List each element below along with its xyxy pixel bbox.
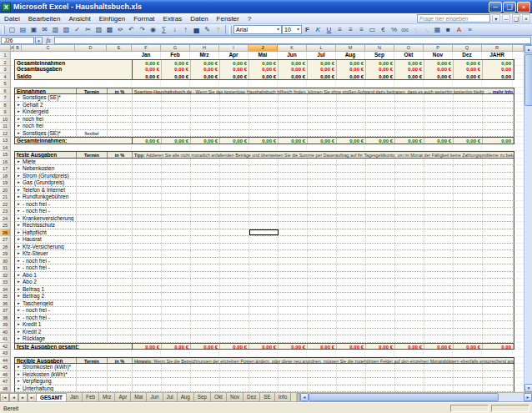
cell[interactable] [483, 307, 514, 314]
cell[interactable] [162, 187, 191, 194]
cell[interactable] [279, 371, 308, 378]
termin-cell[interactable] [76, 272, 108, 279]
cell[interactable] [395, 279, 424, 285]
cell[interactable] [279, 250, 308, 257]
cell[interactable] [424, 173, 454, 179]
cell[interactable] [336, 350, 365, 357]
cell[interactable] [483, 108, 514, 115]
cell[interactable] [279, 102, 308, 108]
cell[interactable] [279, 165, 308, 172]
cell[interactable] [220, 371, 249, 378]
cell[interactable] [424, 371, 454, 378]
sheet-tab-jun[interactable]: Jun [147, 393, 163, 402]
cell[interactable] [191, 130, 220, 137]
cell[interactable] [161, 80, 190, 88]
help-icon[interactable]: ? [213, 25, 223, 35]
item-label[interactable]: Nebenkosten [23, 165, 76, 172]
item-label[interactable]: Taschengeld [23, 300, 76, 307]
cell[interactable] [483, 378, 514, 385]
cell[interactable] [308, 130, 337, 137]
cell[interactable] [424, 321, 454, 328]
name-box-dropdown-icon[interactable]: ▾ [35, 37, 43, 44]
cell[interactable] [395, 222, 424, 229]
value-cell[interactable]: 0,00 € [279, 60, 308, 67]
value-cell[interactable]: 0,00 [483, 138, 514, 144]
format-painter-icon[interactable]: ✏ [115, 25, 126, 35]
cell[interactable] [454, 159, 483, 165]
percent-cell[interactable] [108, 116, 133, 123]
scroll-up-icon[interactable]: ▲ [524, 45, 532, 53]
termin-cell[interactable] [76, 179, 108, 186]
cell[interactable] [249, 201, 279, 208]
cell[interactable] [191, 293, 220, 300]
cell[interactable] [220, 258, 249, 264]
font-color-icon[interactable]: A [454, 25, 464, 35]
value-cell[interactable]: 0,00 € [424, 138, 454, 144]
cell[interactable] [454, 264, 483, 271]
month-header-Sep[interactable]: Sep [365, 52, 394, 59]
cell[interactable] [395, 165, 424, 172]
cell[interactable] [162, 307, 191, 314]
sheet-tab-dez[interactable]: Dez [243, 393, 260, 402]
cell[interactable] [191, 215, 220, 222]
cell[interactable] [454, 173, 483, 179]
cell[interactable] [337, 165, 366, 172]
cell[interactable] [424, 123, 454, 129]
percent-cell[interactable] [108, 315, 133, 321]
cell[interactable] [279, 329, 308, 335]
value-cell[interactable]: 0,00 € [395, 73, 424, 80]
cell[interactable] [279, 130, 308, 137]
cell[interactable] [395, 250, 424, 257]
cell[interactable] [162, 123, 191, 129]
cell[interactable] [133, 286, 162, 293]
cell[interactable] [191, 244, 220, 250]
cell[interactable] [424, 364, 454, 370]
cell[interactable] [424, 300, 454, 307]
cell[interactable] [191, 236, 220, 243]
cell[interactable] [191, 300, 220, 307]
cell[interactable] [483, 279, 514, 285]
percent-cell[interactable] [108, 258, 133, 264]
value-cell[interactable]: 0,00 € [308, 138, 337, 144]
item-label[interactable]: Kfz-Steuer [23, 250, 76, 257]
cell[interactable] [133, 94, 162, 101]
spelling-icon[interactable]: ✓ [72, 25, 83, 35]
cell[interactable] [279, 116, 308, 123]
cell[interactable] [366, 165, 395, 172]
cell[interactable] [483, 329, 514, 335]
cell[interactable] [454, 222, 483, 229]
item-label[interactable]: Beitrag 1 [23, 286, 76, 293]
percent-cell[interactable] [108, 364, 133, 370]
column-header-P[interactable]: P [424, 45, 453, 51]
cell[interactable] [308, 236, 337, 243]
italic-icon[interactable]: K [313, 25, 324, 35]
month-header-Jun[interactable]: Jun [278, 52, 307, 59]
cell[interactable] [133, 236, 162, 243]
cell[interactable] [162, 208, 191, 214]
formula-input[interactable] [54, 37, 531, 44]
cell[interactable] [191, 385, 220, 392]
cell[interactable] [190, 144, 219, 152]
cell[interactable] [395, 215, 424, 222]
cell[interactable] [220, 187, 249, 194]
cell[interactable] [220, 272, 249, 279]
cell[interactable] [191, 208, 220, 214]
cell[interactable] [133, 229, 162, 236]
termin-cell[interactable] [76, 385, 108, 392]
cell[interactable] [161, 144, 190, 152]
value-cell[interactable]: 0,00 € [249, 66, 279, 73]
cell[interactable] [453, 350, 482, 357]
cell[interactable] [366, 116, 395, 123]
cell[interactable] [191, 378, 220, 385]
cell[interactable] [133, 130, 162, 137]
cell[interactable] [308, 286, 337, 293]
cell[interactable] [483, 321, 514, 328]
cell[interactable] [454, 194, 483, 200]
cell[interactable] [424, 236, 454, 243]
cell[interactable] [220, 378, 249, 385]
cell[interactable] [220, 300, 249, 307]
cell[interactable] [514, 179, 524, 187]
item-label[interactable]: Abo 2 [23, 279, 76, 285]
cell[interactable] [220, 364, 249, 370]
row-header-3[interactable]: 3 [0, 66, 11, 73]
